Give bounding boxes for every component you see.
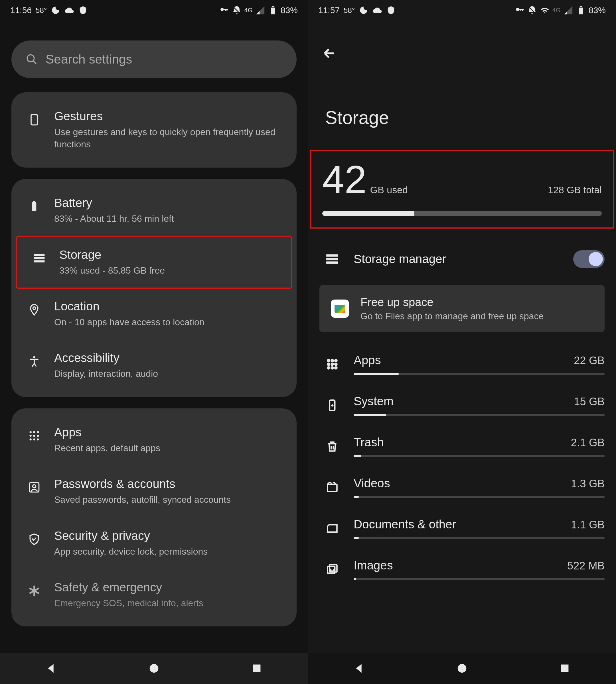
svg-rect-32 bbox=[326, 258, 338, 260]
shield-check-icon bbox=[26, 531, 43, 548]
setting-sub: Emergency SOS, medical info, alerts bbox=[54, 597, 288, 609]
svg-line-5 bbox=[33, 61, 36, 64]
category-videos[interactable]: Videos 1.3 GB bbox=[308, 467, 616, 508]
setting-battery[interactable]: Battery 83% - About 11 hr, 56 min left bbox=[12, 185, 296, 236]
battery-icon bbox=[268, 5, 278, 15]
category-bar bbox=[354, 578, 604, 580]
account-box-icon bbox=[26, 479, 43, 496]
setting-passwords[interactable]: Passwords & accounts Saved passwords, au… bbox=[12, 466, 296, 517]
setting-accessibility[interactable]: Accessibility Display, interaction, audi… bbox=[12, 340, 296, 391]
storage-manager-icon bbox=[325, 252, 339, 266]
svg-point-25 bbox=[150, 664, 158, 673]
setting-title: Apps bbox=[54, 426, 288, 439]
category-size: 15 GB bbox=[574, 395, 604, 408]
setting-sub: Saved passwords, autofill, synced accoun… bbox=[54, 494, 288, 506]
nav-home-button[interactable] bbox=[148, 662, 160, 675]
svg-point-34 bbox=[328, 360, 330, 362]
svg-rect-30 bbox=[580, 6, 582, 7]
category-name: Images bbox=[354, 558, 393, 572]
storage-manager-row[interactable]: Storage manager bbox=[308, 239, 616, 279]
setting-title: Storage bbox=[59, 248, 283, 261]
status-bar: 11:56 58° 4G 83% bbox=[0, 0, 308, 21]
svg-rect-8 bbox=[33, 201, 35, 203]
storage-icon bbox=[31, 250, 48, 267]
category-bar bbox=[354, 537, 604, 539]
svg-point-40 bbox=[328, 367, 330, 369]
storage-used-label: GB used bbox=[370, 184, 408, 196]
storage-manager-toggle[interactable] bbox=[573, 250, 604, 268]
videos-icon bbox=[325, 480, 339, 495]
setting-location[interactable]: Location On - 10 apps have access to loc… bbox=[12, 288, 296, 340]
search-input[interactable] bbox=[46, 52, 282, 66]
search-bar[interactable] bbox=[12, 41, 296, 78]
svg-point-42 bbox=[335, 367, 337, 369]
setting-title: Gestures bbox=[54, 110, 288, 123]
trash-icon bbox=[325, 439, 339, 453]
signal-icon bbox=[564, 5, 573, 15]
category-apps[interactable]: Apps 22 GB bbox=[308, 344, 616, 385]
category-trash[interactable]: Trash 2.1 GB bbox=[308, 426, 616, 467]
dnd-icon bbox=[232, 5, 242, 15]
signal-icon bbox=[256, 5, 265, 15]
nav-back-button[interactable] bbox=[45, 662, 58, 675]
free-up-space-card[interactable]: Free up space Go to Files app to manage … bbox=[320, 285, 604, 332]
images-icon bbox=[325, 562, 339, 576]
status-time: 11:56 bbox=[10, 5, 32, 15]
setting-apps[interactable]: Apps Recent apps, default apps bbox=[12, 414, 296, 466]
category-size: 1.3 GB bbox=[571, 478, 604, 490]
svg-point-38 bbox=[331, 363, 333, 365]
nav-recent-button[interactable] bbox=[558, 662, 571, 675]
svg-rect-31 bbox=[326, 254, 338, 256]
category-documents[interactable]: Documents & other 1.1 GB bbox=[308, 508, 616, 549]
category-system[interactable]: System 15 GB bbox=[308, 385, 616, 426]
setting-storage[interactable]: Storage 33% used - 85.85 GB free bbox=[17, 236, 291, 288]
status-battery-pct: 83% bbox=[589, 5, 606, 15]
setting-title: Security & privacy bbox=[54, 529, 288, 543]
setting-sub: Display, interaction, audio bbox=[54, 368, 288, 380]
status-network: 4G bbox=[244, 6, 253, 14]
category-images[interactable]: Images 522 MB bbox=[308, 549, 616, 590]
shield-icon bbox=[78, 5, 88, 15]
location-pin-icon bbox=[26, 301, 43, 318]
svg-point-41 bbox=[331, 367, 333, 369]
setting-title: Location bbox=[54, 299, 288, 313]
svg-point-24 bbox=[33, 485, 36, 488]
status-bar: 11:57 58° 4G 83% bbox=[308, 0, 616, 21]
status-temp: 58° bbox=[36, 6, 47, 15]
category-bar bbox=[354, 414, 604, 416]
svg-point-14 bbox=[30, 431, 32, 433]
svg-rect-33 bbox=[326, 261, 338, 264]
setting-security[interactable]: Security & privacy App security, device … bbox=[12, 518, 296, 569]
freeup-sub: Go to Files app to manage and free up sp… bbox=[360, 311, 544, 321]
nav-recent-button[interactable] bbox=[250, 662, 263, 675]
search-icon bbox=[26, 53, 38, 65]
setting-safety[interactable]: Safety & emergency Emergency SOS, medica… bbox=[12, 569, 296, 621]
battery-icon bbox=[576, 5, 586, 15]
category-name: System bbox=[354, 394, 394, 408]
svg-rect-10 bbox=[34, 257, 45, 259]
setting-sub: 33% used - 85.85 GB free bbox=[59, 265, 283, 277]
page-title: Storage bbox=[308, 62, 616, 151]
vpn-key-icon bbox=[515, 5, 525, 15]
category-name: Documents & other bbox=[354, 518, 456, 531]
documents-icon bbox=[325, 521, 339, 535]
storage-total-label: 128 GB total bbox=[548, 184, 602, 196]
svg-point-17 bbox=[30, 435, 32, 437]
cloud-icon bbox=[372, 5, 382, 15]
svg-point-22 bbox=[37, 438, 39, 440]
svg-rect-29 bbox=[579, 8, 583, 14]
svg-point-15 bbox=[33, 431, 35, 433]
wifi-icon bbox=[540, 5, 550, 15]
back-button[interactable] bbox=[308, 21, 616, 62]
setting-gestures[interactable]: Gestures Use gestures and keys to quickl… bbox=[12, 98, 296, 162]
svg-point-21 bbox=[33, 438, 35, 440]
nav-back-button[interactable] bbox=[353, 662, 366, 675]
svg-point-48 bbox=[458, 664, 466, 673]
files-app-icon bbox=[331, 299, 349, 318]
category-name: Apps bbox=[354, 354, 381, 367]
category-bar bbox=[354, 496, 604, 498]
category-bar bbox=[354, 455, 604, 457]
svg-point-4 bbox=[27, 55, 34, 62]
shield-icon bbox=[386, 5, 396, 15]
nav-home-button[interactable] bbox=[456, 662, 468, 675]
